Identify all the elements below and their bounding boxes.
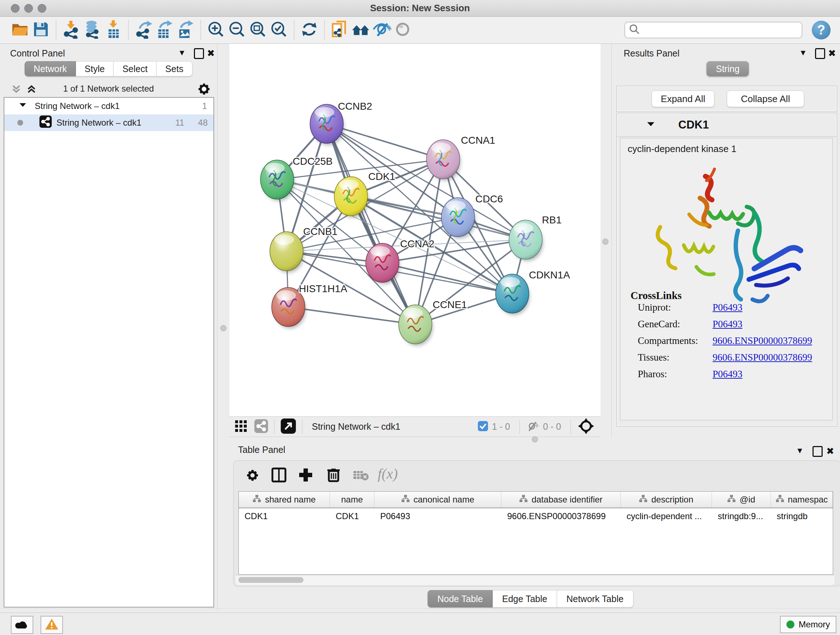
hide-selected-button[interactable] <box>371 19 392 41</box>
results-panel-close-icon[interactable]: ✖ <box>828 48 836 59</box>
search-box[interactable] <box>624 22 802 38</box>
control-panel-close-icon[interactable]: ✖ <box>207 48 215 59</box>
tab-select[interactable]: Select <box>114 61 156 76</box>
tab-node-table[interactable]: Node Table <box>428 590 493 608</box>
tab-string[interactable]: String <box>706 61 749 76</box>
network-row[interactable]: String Network – cdk1 11 48 <box>4 114 213 131</box>
network-node-label: CCNA2 <box>400 238 434 249</box>
warnings-button[interactable] <box>41 616 63 634</box>
share-view-icon[interactable] <box>254 419 268 435</box>
show-all-button[interactable] <box>392 19 413 41</box>
network-collection-row[interactable]: String Network – cdk1 1 <box>4 98 213 114</box>
help-button[interactable]: ? <box>812 21 831 40</box>
column-header-@id[interactable]: @id <box>712 492 771 508</box>
network-node-CCNA1[interactable]: CCNA1 <box>426 135 495 181</box>
tab-network-table[interactable]: Network Table <box>557 590 633 608</box>
network-node-label: RB1 <box>542 214 561 226</box>
collection-expander-icon[interactable] <box>19 101 27 111</box>
network-canvas[interactable]: CCNB2 CCNA1 CDC25B CDK1 CDC6 <box>229 44 600 416</box>
crosslink-link[interactable]: P06493 <box>713 369 743 379</box>
tab-network[interactable]: Network <box>25 61 76 76</box>
zoom-out-button[interactable] <box>226 19 248 41</box>
cloud-status-button[interactable] <box>11 616 33 634</box>
network-edge-CCNA2-CDKN1A[interactable] <box>382 263 512 294</box>
network-status-dot-icon <box>17 120 23 126</box>
scrollbar-thumb[interactable] <box>238 577 303 583</box>
crosslink-link[interactable]: P06493 <box>713 318 743 329</box>
table-horizontal-scrollbar[interactable] <box>235 575 835 585</box>
detach-view-icon[interactable] <box>280 418 296 435</box>
new-network-from-selection-button[interactable] <box>329 19 350 41</box>
expand-all-button[interactable]: Expand All <box>652 90 714 107</box>
refresh-view-button[interactable] <box>299 19 320 41</box>
network-node-CCNB2[interactable]: CCNB2 <box>310 101 372 146</box>
crosslink-row: Compartments: 9606.ENSP00000378699 <box>638 335 812 347</box>
grid-view-icon[interactable] <box>234 420 248 434</box>
table-row[interactable]: CDK1CDK1P064939606.ENSP00000378699cyclin… <box>239 508 833 524</box>
network-label: String Network – cdk1 <box>57 118 141 128</box>
window-minimize-button[interactable] <box>24 4 33 13</box>
delete-table-icon[interactable] <box>353 470 369 483</box>
window-close-button[interactable] <box>11 4 19 13</box>
import-table-button[interactable] <box>103 19 124 41</box>
node-table[interactable]: shared namenamecanonical namedatabase id… <box>238 491 833 575</box>
gene-section-header[interactable]: CDK1 <box>617 113 837 137</box>
results-panel-float-icon[interactable]: ▼ <box>799 48 807 57</box>
network-node-CDKN1A[interactable]: CDKN1A <box>496 269 570 315</box>
selected-checkbox-icon[interactable] <box>477 421 488 433</box>
crosslink-link[interactable]: 9606.ENSP00000378699 <box>713 352 812 363</box>
search-input[interactable] <box>640 25 794 35</box>
delete-column-trash-icon[interactable] <box>325 467 341 484</box>
crosslink-link[interactable]: P06493 <box>713 302 743 313</box>
results-panel-maximize-icon[interactable] <box>815 48 825 59</box>
function-builder-icon[interactable]: f(x) <box>378 465 398 482</box>
window-zoom-button[interactable] <box>38 4 46 13</box>
network-node-HIST1H1A[interactable]: HIST1H1A <box>272 283 347 329</box>
network-node-CCNE1[interactable]: CCNE1 <box>399 299 467 346</box>
import-network-from-database-button[interactable] <box>82 19 103 41</box>
table-panel-maximize-icon[interactable] <box>813 446 823 457</box>
hidden-eye-slash-icon[interactable] <box>526 419 539 434</box>
column-header-name[interactable]: name <box>330 492 374 508</box>
save-session-button[interactable] <box>30 19 51 41</box>
crosslink-label: Tissues: <box>638 352 710 363</box>
network-type-icon <box>39 115 52 130</box>
zoom-fit-button[interactable] <box>248 19 268 41</box>
memory-button[interactable]: Memory <box>780 616 836 633</box>
tab-edge-table[interactable]: Edge Table <box>493 590 557 608</box>
network-node-RB1[interactable]: RB1 <box>509 214 561 261</box>
vertical-splitter-grip[interactable] <box>602 239 608 245</box>
column-header-namespac[interactable]: namespac <box>771 492 833 508</box>
table-settings-gear-icon[interactable] <box>245 468 260 484</box>
tab-style[interactable]: Style <box>76 61 114 76</box>
table-panel-float-icon[interactable]: ▼ <box>796 446 804 455</box>
first-neighbors-button[interactable] <box>350 19 371 41</box>
import-network-button[interactable] <box>61 19 82 41</box>
birdseye-crosshair-icon[interactable] <box>576 417 595 437</box>
column-header-canonical-name[interactable]: canonical name <box>374 492 501 508</box>
open-session-button[interactable] <box>9 19 30 41</box>
control-panel-maximize-icon[interactable] <box>194 48 204 59</box>
network-options-gear-icon[interactable] <box>197 82 211 97</box>
network-edge-HIST1H1A-CCNE1[interactable] <box>288 307 415 325</box>
export-table-button[interactable] <box>154 19 175 41</box>
zoom-selected-button[interactable] <box>268 19 289 41</box>
column-header-description[interactable]: description <box>621 492 712 508</box>
export-image-button[interactable] <box>175 19 196 41</box>
crosslink-link[interactable]: 9606.ENSP00000378699 <box>713 335 812 346</box>
zoom-in-button[interactable] <box>205 19 226 41</box>
network-node-CDK1[interactable]: CDK1 <box>334 171 395 218</box>
export-network-button[interactable] <box>133 19 154 41</box>
table-panel-close-icon[interactable]: ✖ <box>826 446 834 457</box>
add-column-icon[interactable] <box>298 467 313 484</box>
control-panel-float-icon[interactable]: ▼ <box>178 48 186 57</box>
collapse-all-button[interactable]: Collapse All <box>727 90 804 107</box>
vertical-splitter-grip[interactable] <box>220 325 226 331</box>
gene-expander-icon[interactable] <box>646 120 655 130</box>
crosslink-row: Uniprot: P06493 <box>638 302 742 313</box>
split-table-icon[interactable] <box>271 467 286 484</box>
column-header-shared-name[interactable]: shared name <box>239 492 330 508</box>
tab-sets[interactable]: Sets <box>156 61 193 76</box>
column-header-database-identifier[interactable]: database identifier <box>501 492 621 508</box>
column-type-icon <box>775 494 784 505</box>
